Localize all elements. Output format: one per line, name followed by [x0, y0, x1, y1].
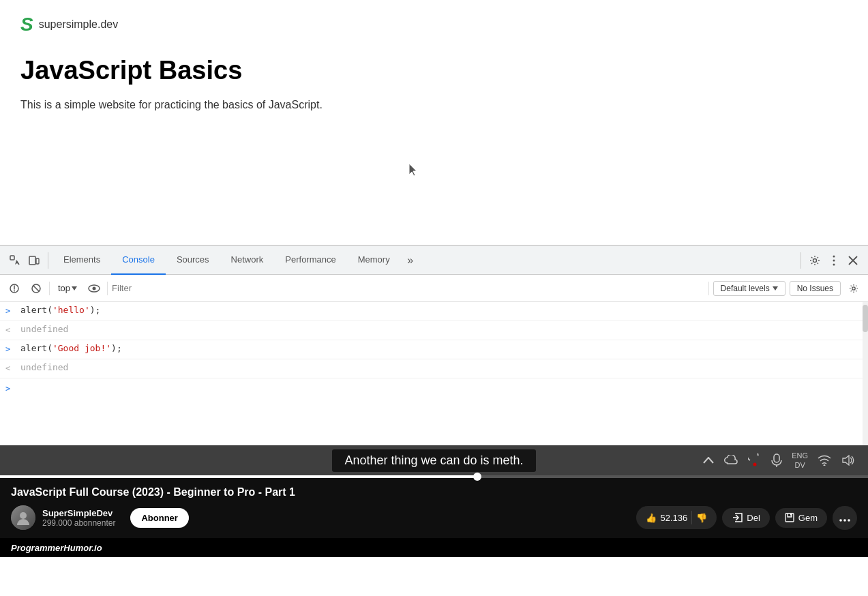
video-progress-bar[interactable]	[0, 475, 868, 478]
svg-point-3	[813, 258, 817, 262]
input-arrow-1: >	[5, 305, 15, 316]
tab-memory[interactable]: Memory	[347, 246, 401, 275]
console-undefined-1: undefined	[20, 324, 68, 334]
input-arrow-2: >	[5, 343, 15, 354]
svg-rect-17	[790, 513, 792, 516]
console-input-2: > alert('Good job!');	[0, 340, 868, 359]
like-count: 52.136	[661, 513, 688, 523]
site-logo: S supersimple.dev	[20, 14, 848, 35]
console-bar: top Default levels No Issues	[0, 275, 868, 302]
wifi-icon	[818, 455, 831, 466]
context-label: top	[58, 283, 70, 293]
settings-button[interactable]	[805, 251, 824, 270]
context-selector[interactable]: top	[54, 282, 81, 295]
more-tabs-button[interactable]: »	[401, 251, 420, 270]
volume-icon[interactable]	[841, 455, 854, 466]
tab-console[interactable]: Console	[111, 246, 166, 275]
chevron-up-icon[interactable]	[703, 457, 714, 464]
console-input-1: > alert('hello');	[0, 302, 868, 321]
eye-button[interactable]	[85, 280, 103, 297]
svg-point-6	[833, 263, 835, 265]
svg-point-12	[753, 463, 757, 466]
inspect-element-button[interactable]	[5, 251, 25, 270]
share-button[interactable]: Del	[722, 508, 770, 528]
logo-symbol: S	[20, 14, 33, 35]
more-icon	[839, 519, 850, 522]
svg-rect-0	[10, 256, 14, 260]
progress-dot[interactable]	[473, 473, 481, 481]
filter-right-separator	[708, 282, 709, 295]
share-icon	[732, 513, 743, 522]
svg-point-11	[852, 286, 855, 289]
svg-rect-2	[36, 258, 39, 264]
devtools-toolbar: Elements Console Sources Network Perform…	[0, 246, 868, 275]
block-button[interactable]	[27, 280, 45, 297]
channel-info: SuperSimpleDev 299.000 abonnenter	[42, 508, 115, 528]
progress-fill	[0, 475, 477, 478]
cloud-icon[interactable]	[723, 455, 738, 466]
save-icon	[785, 513, 794, 522]
prompt-arrow: >	[5, 383, 15, 393]
output-arrow-2: <	[5, 362, 15, 373]
console-output-2: < undefined	[0, 359, 868, 378]
svg-rect-1	[29, 256, 35, 265]
create-issues-button[interactable]	[5, 280, 23, 297]
reload-icon[interactable]	[748, 453, 762, 467]
svg-point-14	[824, 464, 826, 466]
tab-sources[interactable]: Sources	[166, 246, 220, 275]
save-button[interactable]: Gem	[775, 508, 827, 528]
caption-controls: ENG DV	[703, 451, 854, 471]
tab-elements[interactable]: Elements	[53, 246, 111, 275]
toolbar-separator	[48, 252, 48, 269]
video-actions: 👍 52.136 👎 Del	[636, 506, 857, 530]
console-output-1: < undefined	[0, 321, 868, 340]
caption-text: Another thing we can do is meth.	[332, 449, 535, 472]
device-mode-button[interactable]	[25, 251, 44, 270]
save-label: Gem	[798, 513, 818, 523]
browser-viewport: S supersimple.dev JavaScript Basics This…	[0, 0, 868, 245]
subscribe-button[interactable]: Abonner	[130, 508, 188, 528]
console-settings-button[interactable]	[845, 280, 863, 297]
like-button[interactable]: 👍 52.136 👎	[636, 506, 717, 529]
video-title: JavaScript Full Course (2023) - Beginner…	[11, 486, 857, 498]
console-output[interactable]: > alert('hello'); < undefined > alert('G…	[0, 302, 868, 445]
channel-name[interactable]: SuperSimpleDev	[42, 508, 115, 518]
microphone-icon[interactable]	[771, 453, 782, 467]
svg-point-20	[848, 519, 850, 522]
svg-rect-16	[785, 513, 794, 522]
tab-network[interactable]: Network	[220, 246, 275, 275]
like-dislike-divider	[691, 511, 692, 524]
caption-language: ENG DV	[792, 451, 808, 471]
like-icon: 👍	[646, 513, 657, 523]
subscriber-count: 299.000 abonnenter	[42, 518, 115, 528]
tab-performance[interactable]: Performance	[274, 246, 346, 275]
more-options-button[interactable]	[824, 251, 843, 270]
chevron-down-icon	[72, 286, 77, 290]
close-devtools-button[interactable]	[843, 251, 863, 270]
youtube-info-panel: JavaScript Full Course (2023) - Beginner…	[0, 478, 868, 538]
console-prompt[interactable]: >	[0, 378, 868, 398]
more-actions-button[interactable]	[833, 506, 857, 530]
svg-point-5	[833, 259, 835, 261]
filter-input[interactable]	[112, 280, 704, 297]
page-subtitle: This is a simple website for practicing …	[20, 99, 848, 111]
progress-track	[0, 475, 868, 478]
toolbar-separator-2	[800, 252, 801, 269]
svg-point-18	[839, 519, 842, 522]
svg-rect-13	[774, 454, 779, 462]
console-code-2: alert('Good job!');	[20, 343, 122, 353]
no-issues-button[interactable]: No Issues	[790, 281, 841, 296]
footer-text: ProgrammerHumor.io	[11, 543, 102, 553]
scrollbar-thumb[interactable]	[863, 305, 868, 332]
chevron-down-icon-2	[773, 286, 778, 290]
svg-point-4	[833, 255, 835, 257]
default-levels-button[interactable]: Default levels	[713, 281, 785, 296]
avatar-image	[11, 505, 35, 530]
output-arrow-1: <	[5, 324, 15, 335]
filter-separator	[107, 282, 108, 295]
scrollbar-track[interactable]	[863, 302, 868, 445]
cursor-icon	[409, 164, 420, 177]
caption-bar: Another thing we can do is meth. ENG DV	[0, 445, 868, 475]
channel-avatar[interactable]	[11, 505, 35, 530]
console-bar-separator	[49, 282, 50, 295]
